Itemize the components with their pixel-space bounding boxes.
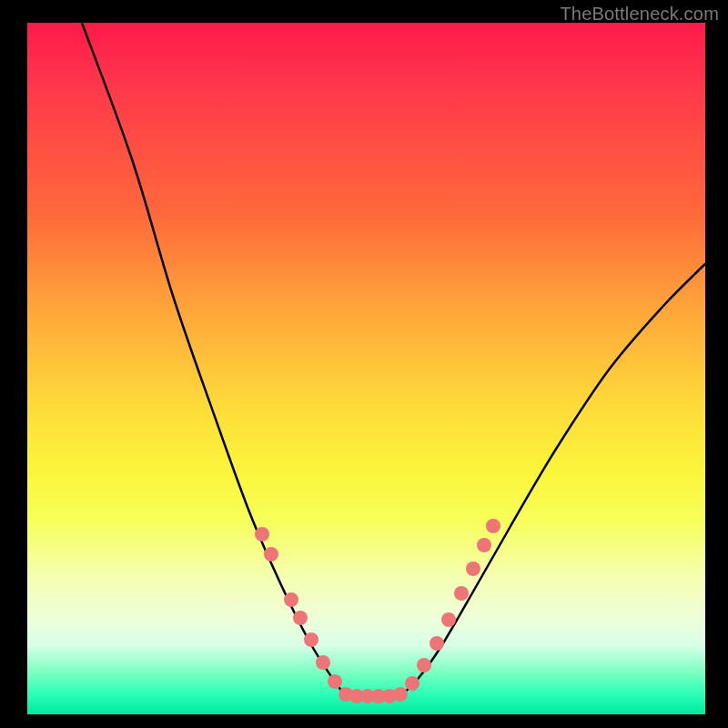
data-marker [477,538,491,552]
data-marker [393,687,408,702]
series-left-curve [82,23,346,696]
data-marker [417,658,431,672]
curve-group [82,23,705,696]
data-marker [466,561,480,576]
watermark-text: TheBottleneck.com [560,4,719,25]
data-marker [264,547,278,561]
data-marker [430,636,444,651]
series-right-curve [400,264,705,696]
data-marker [405,676,420,691]
data-marker [328,674,342,689]
outer-frame: TheBottleneck.com [0,0,728,728]
data-marker [293,611,308,625]
data-marker [454,586,469,601]
marker-group [255,519,500,703]
plot-area [27,23,705,714]
data-marker [284,592,298,607]
bottleneck-curve-svg [27,23,705,714]
data-marker [316,655,330,670]
data-marker [304,632,318,647]
data-marker [486,519,500,533]
data-marker [255,527,269,541]
data-marker [441,612,456,627]
